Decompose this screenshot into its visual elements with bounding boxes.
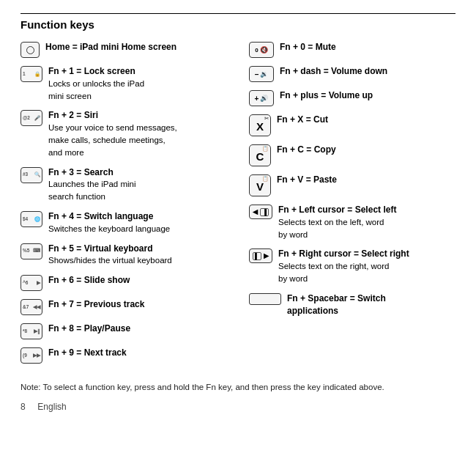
fn-title: Fn + 8 = Play/Pause [48,323,130,334]
fn-title: Fn + 1 = Lock screen [48,66,135,76]
content-area: Home = iPad mini Home screen 1🔒 Fn + 1 =… [21,41,455,371]
fn-description: Home = iPad mini Home screen [45,41,176,54]
key-top: $4🌐 [23,217,40,222]
volume-up-icon: 🔊 [260,95,268,102]
key-letter-c: C [256,150,264,163]
fn-description: Fn + dash = Volume down [280,65,387,78]
fn-description: Fn + 5 = Virtual keyboard Shows/hides th… [48,243,172,268]
home-key-icon [21,42,40,58]
fn-title: Fn + plus = Volume up [280,90,373,100]
list-item: (9▶▶ Fn + 9 = Next track [21,347,227,364]
key-label: – [255,70,259,78]
fn-subtitle: Launches the iPad minisearch function [48,180,136,201]
fn-title: Fn + V = Paste [277,174,337,185]
fndash-key-icon: – 🔉 [249,66,274,82]
fn-description: Fn + 3 = Search Launches the iPad minise… [48,166,136,203]
fn-subtitle: Use your voice to send messages,make cal… [48,123,177,157]
fn-description: Fn + C = Copy [277,144,336,156]
list-item: %5⌨ Fn + 5 = Virtual keyboard Shows/hide… [21,243,227,268]
fn-title: Fn + Right cursor = Select right [278,248,409,259]
key-top: 1🔒 [23,72,40,77]
fn-title: Fn + X = Cut [277,114,328,125]
fn-subtitle: Selects text on the right, wordby word [278,262,390,283]
section-title: Function keys [21,13,455,31]
fnplus-key-icon: + 🔊 [249,90,274,106]
key-label: 0 [255,47,258,54]
paste-icon: 📋 [262,176,269,182]
list-item: – 🔉 Fn + dash = Volume down [249,65,455,82]
list-item: &7◀◀ Fn + 7 = Previous track [21,298,227,315]
fn-title: Fn + 2 = Siri [48,110,98,120]
fn-description: Fn + plus = Volume up [280,89,373,102]
cut-icon: ✂ [264,116,269,122]
mute-icon: 🔇 [260,46,268,54]
key-top: *8▶‖ [23,329,40,334]
fn7-key-icon: &7◀◀ [21,299,42,315]
fn-description: Fn + 7 = Previous track [48,298,144,311]
fn-description: Fn + 9 = Next track [48,347,127,359]
fn-description: Fn + 1 = Lock screen Locks or unlocks th… [48,65,144,102]
fn-description: Fn + Spacebar = Switchapplications [287,292,386,317]
list-item: @2🎤 Fn + 2 = Siri Use your voice to send… [21,109,227,158]
key-top: #3🔍 [23,172,40,177]
list-item: ^6▶ Fn + 6 = Slide show [21,274,227,291]
select-right-indicator: ▌ [253,252,261,260]
list-item: Fn + Spacebar = Switchapplications [249,292,455,317]
fn-subtitle: Selects text on the left, wordby word [278,218,384,239]
list-item: ▌ ▶ Fn + Right cursor = Select right Sel… [249,248,455,284]
fn-title: Fn + 6 = Slide show [48,275,130,285]
fn-description: Fn + 4 = Switch language Switches the ke… [48,210,170,235]
fn-description: Fn + 8 = Play/Pause [48,323,130,335]
left-column: Home = iPad mini Home screen 1🔒 Fn + 1 =… [21,41,242,371]
left-arrow-icon: ◀ [253,208,258,216]
fnv-key-icon: 📋 V [249,174,271,196]
list-item: 📋 V Fn + V = Paste [249,174,455,196]
fn-subtitle: Switches the keyboard language [48,224,170,233]
fn-description: Fn + 2 = Siri Use your voice to send mes… [48,109,177,158]
fn-description: Fn + Right cursor = Select right Selects… [278,248,409,284]
fn-title: Fn + dash = Volume down [280,66,387,76]
fn9-key-icon: (9▶▶ [21,347,42,364]
fn3-key-icon: #3🔍 [21,167,42,183]
fn-description: Fn + Left cursor = Select left Selects t… [278,204,396,240]
fn-title: Fn + Left cursor = Select left [278,205,396,215]
fn-title: Home = iPad mini Home screen [45,42,176,52]
fn-title: Fn + 5 = Virtual keyboard [48,243,153,254]
fn-title: Fn + 7 = Previous track [48,299,144,309]
right-arrow-icon: ▶ [264,252,269,259]
fn-description: Fn + X = Cut [277,114,328,126]
fn-description: Fn + V = Paste [277,174,337,186]
fn-title: Fn + Spacebar = Switchapplications [287,293,386,316]
fn-title: Fn + 3 = Search [48,167,114,177]
list-item: 0 🔇 Fn + 0 = Mute [249,41,455,58]
key-top: (9▶▶ [23,353,40,358]
list-item: ◀ ▐ Fn + Left cursor = Select left Selec… [249,204,455,240]
fn-title: Fn + C = Copy [277,144,336,155]
fn-subtitle: Shows/hides the virtual keyboard [48,256,172,265]
key-label: + [255,95,259,103]
key-top: ^6▶ [23,281,40,286]
key-letter-v: V [256,180,264,193]
right-column: 0 🔇 Fn + 0 = Mute – 🔉 Fn + dash = Volume… [242,41,455,371]
fn2-key-icon: @2🎤 [21,110,42,126]
fn5-key-icon: %5⌨ [21,243,42,259]
volume-down-icon: 🔉 [260,70,268,78]
fn6-key-icon: ^6▶ [21,275,42,291]
fn-spacebar-key-icon [249,293,281,305]
home-circle [26,46,34,54]
key-top: @2🎤 [23,116,40,121]
list-item: $4🌐 Fn + 4 = Switch language Switches th… [21,210,227,235]
key-letter-x: X [256,120,264,133]
select-left-indicator: ▐ [260,208,269,216]
list-item: *8▶‖ Fn + 8 = Play/Pause [21,323,227,339]
key-top: %5⌨ [23,248,40,254]
fn-title: Fn + 4 = Switch language [48,211,153,221]
key-top: &7◀◀ [23,305,40,310]
list-item: 📋 C Fn + C = Copy [249,144,455,166]
list-item: Home = iPad mini Home screen [21,41,227,58]
fn4-key-icon: $4🌐 [21,211,42,227]
note-text: Note: To select a function key, press an… [21,383,455,391]
fn-title: Fn + 0 = Mute [280,42,336,52]
list-item: 1🔒 Fn + 1 = Lock screen Locks or unlocks… [21,65,227,102]
page-language: English [37,402,66,412]
